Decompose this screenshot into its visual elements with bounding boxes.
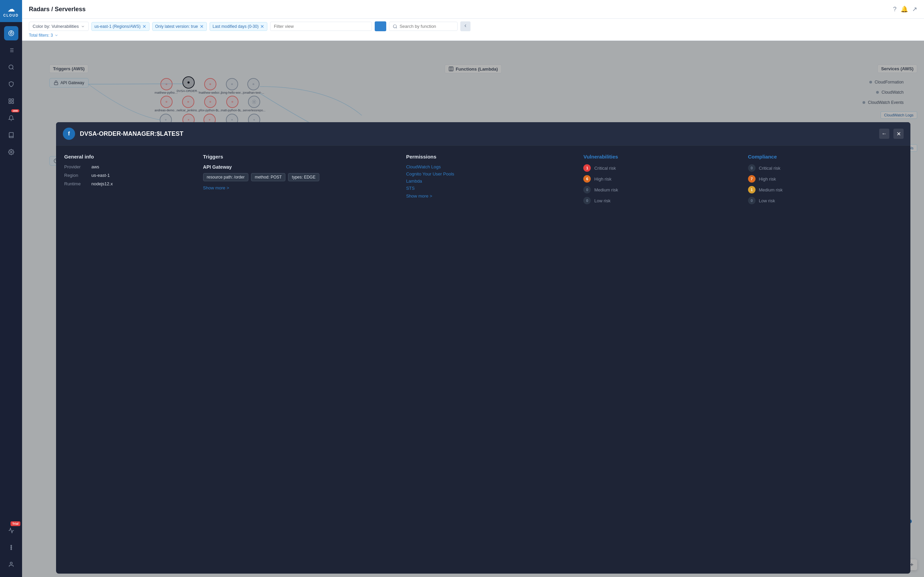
color-by-dropdown[interactable]: Color by: Vulnerabilities — [29, 22, 89, 31]
provider-label: Provider — [64, 164, 88, 169]
svg-line-23 — [396, 27, 397, 28]
modal-title: DVSA-ORDER-MANAGER:$LATEST — [80, 131, 462, 137]
trigger-pill-resource: resource path: /order — [203, 173, 248, 181]
logo-text: CLOUD — [3, 14, 19, 17]
perm-link-cloudwatch[interactable]: CloudWatch Logs — [406, 164, 462, 169]
svg-line-10 — [12, 68, 13, 69]
total-filters[interactable]: Total filters: 3 — [29, 33, 462, 38]
region-value: us-east-1 — [91, 173, 110, 178]
info-row-runtime: Runtime nodejs12.x — [64, 181, 193, 186]
runtime-label: Runtime — [64, 181, 88, 186]
svg-point-22 — [393, 24, 396, 27]
sidebar-item-radar[interactable] — [4, 26, 18, 40]
canvas: Triggers (AWS) Functions (Lambda) Servic… — [22, 41, 462, 288]
main-content: Radars / Serverless ? 🔔 ↗ Color by: Vuln… — [22, 0, 462, 288]
sidebar-nav: 1888 — [0, 26, 22, 159]
svg-rect-14 — [9, 102, 11, 103]
svg-rect-12 — [11, 99, 13, 100]
page-title: Radars / Serverless — [29, 6, 86, 13]
search-icon — [393, 24, 397, 29]
sidebar-item-alerts[interactable]: 1888 — [4, 111, 18, 125]
sidebar-item-shield[interactable] — [4, 77, 18, 91]
filter-tag-region[interactable]: us-east-1 (Regions/AWS) ✕ — [91, 22, 149, 31]
info-row-provider: Provider aws — [64, 164, 193, 169]
triggers-show-more[interactable]: Show more > — [203, 185, 229, 190]
svg-rect-13 — [11, 102, 13, 103]
filter-tag-modified-close[interactable]: ✕ — [260, 24, 264, 29]
alerts-badge: 1888 — [11, 109, 19, 112]
filter-tag-version[interactable]: Only latest version: true ✕ — [152, 22, 207, 31]
provider-value: aws — [91, 164, 99, 169]
filters-row: Color by: Vulnerabilities us-east-1 (Reg… — [29, 21, 462, 31]
sidebar-item-library[interactable] — [4, 128, 18, 142]
filter-icon — [378, 23, 383, 28]
info-row-region: Region us-east-1 — [64, 173, 193, 178]
color-by-label: Color by: Vulnerabilities — [32, 24, 79, 29]
filter-tag-version-close[interactable]: ✕ — [200, 24, 204, 29]
runtime-value: nodejs12.x — [91, 181, 113, 186]
sidebar: ☁ CLOUD 1888 — [0, 0, 22, 288]
perm-link-cognito[interactable]: Cognito Your User Pools — [406, 171, 462, 176]
cloud-icon: ☁ — [8, 5, 15, 14]
svg-point-1 — [10, 32, 12, 34]
filter-apply-button[interactable] — [375, 21, 386, 31]
permissions-title: Permissions — [406, 154, 462, 160]
search-function-input[interactable] — [399, 24, 454, 29]
sidebar-item-list[interactable] — [4, 43, 18, 57]
modal-general-info: General info Provider aws Region us-east… — [64, 154, 193, 288]
perm-link-sts[interactable]: STS — [406, 186, 462, 191]
trigger-pill-types: types: EDGE — [288, 173, 319, 181]
filters-bar: Color by: Vulnerabilities us-east-1 (Reg… — [22, 19, 462, 41]
modal-function-icon: f — [63, 127, 75, 140]
svg-point-15 — [10, 152, 12, 153]
svg-rect-11 — [9, 99, 11, 100]
trigger-pills: resource path: /order method: POST types… — [203, 173, 396, 181]
filter-tag-region-close[interactable]: ✕ — [142, 24, 146, 29]
filter-view-input[interactable] — [270, 22, 372, 31]
sidebar-item-settings[interactable] — [4, 145, 18, 159]
trigger-api-gateway-name: API Gateway — [203, 164, 396, 170]
region-label: Region — [64, 173, 88, 178]
modal-permissions: Permissions CloudWatch Logs Cognito Your… — [406, 154, 462, 288]
collapse-search-button[interactable] — [460, 21, 462, 31]
chevron-down-small-icon — [54, 33, 58, 37]
svg-point-9 — [9, 65, 13, 69]
filter-tag-modified[interactable]: Last modified days (0-30) ✕ — [210, 22, 267, 31]
modal-body: General info Provider aws Region us-east… — [56, 146, 462, 288]
general-info-title: General info — [64, 154, 193, 160]
permissions-show-more[interactable]: Show more > — [406, 193, 432, 198]
sidebar-item-search[interactable] — [4, 60, 18, 74]
perm-link-lambda[interactable]: Lambda — [406, 179, 462, 184]
header: Radars / Serverless ? 🔔 ↗ — [22, 0, 462, 19]
triggers-title: Triggers — [203, 154, 396, 160]
trigger-pill-method: method: POST — [251, 173, 285, 181]
modal-triggers: Triggers API Gateway resource path: /ord… — [203, 154, 396, 288]
search-box — [389, 22, 457, 31]
sidebar-logo[interactable]: ☁ CLOUD — [0, 0, 22, 22]
function-detail-modal: f DVSA-ORDER-MANAGER:$LATEST ← ✕ General… — [56, 122, 462, 288]
chevron-down-icon — [81, 24, 85, 29]
modal-header: f DVSA-ORDER-MANAGER:$LATEST ← ✕ — [56, 122, 462, 146]
sidebar-item-dashboard[interactable] — [4, 94, 18, 108]
